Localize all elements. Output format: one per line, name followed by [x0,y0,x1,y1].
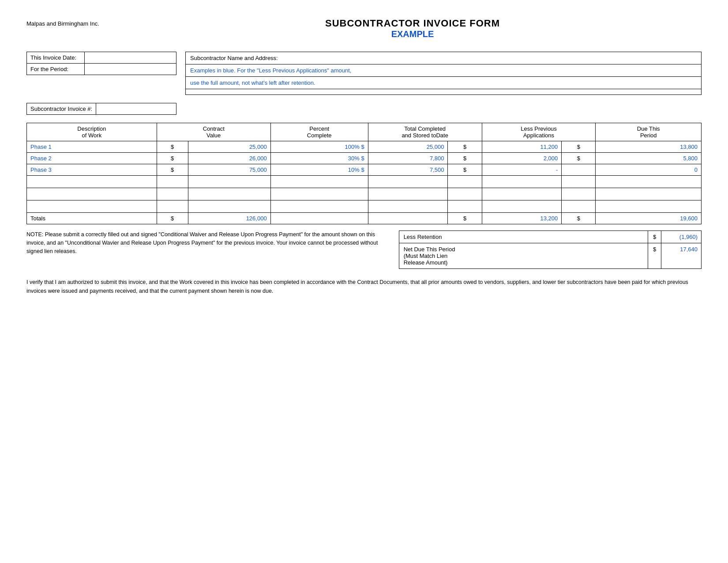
header-due: Due This Period [596,123,702,141]
row3-due-val: 0 [596,164,702,176]
sub-line4 [186,89,701,94]
row2-percent: 30% $ [270,153,368,164]
invoice-num-section: Subcontractor Invoice #: [26,103,702,115]
row2-contract-dollar: $ [157,153,188,164]
row3-contract-dollar: $ [157,164,188,176]
row2-less-val: 2,000 [482,153,562,164]
row3-less-val: - [482,164,562,176]
row3-due-dollar [562,164,596,176]
totals-contract-dollar: $ [157,213,188,224]
header-total: Total Completed and Stored toDate [368,123,482,141]
title-block: SUBCONTRACTOR INVOICE FORM EXAMPLE [124,18,702,39]
invoice-num-label: Subcontractor Invoice #: [27,103,96,114]
less-retention-label: Less Retention [399,231,648,243]
row1-contract-dollar: $ [157,141,188,153]
net-due-label: Net Due This Period (Must Match Lien Rel… [399,243,648,268]
invoice-date-input[interactable] [84,52,176,63]
main-title: SUBCONTRACTOR INVOICE FORM [124,18,702,29]
totals-less-val: 13,200 [482,213,562,224]
row2-due-val: 5,800 [596,153,702,164]
invoice-date-label: This Invoice Date: [27,52,84,63]
header-percent: Percent Complete [270,123,368,141]
main-table: Description of Work Contract Value Perce… [26,123,702,224]
subcontractor-info-box: Subcontractor Name and Address: Examples… [185,52,702,95]
header-contract: Contract Value [157,123,270,141]
net-due-value: 17,640 [661,243,701,268]
summary-block: Less Retention $ (1,960) Net Due This Pe… [399,230,702,269]
table-row-empty [27,176,702,188]
row1-due-val: 13,800 [596,141,702,153]
row1-due-dollar: $ [562,141,596,153]
row2-desc: Phase 2 [27,153,157,164]
period-row: For the Period: [26,63,176,75]
table-header-row: Description of Work Contract Value Perce… [27,123,702,141]
row1-less-val: 11,200 [482,141,562,153]
row2-contract-val: 26,000 [188,153,270,164]
row3-total-val: 7,500 [368,164,448,176]
table-row-empty [27,188,702,200]
row1-desc: Phase 1 [27,141,157,153]
row2-less-dollar: $ [448,153,482,164]
table-row: Phase 1 $ 25,000 100% $ 25,000 $ 11,200 … [27,141,702,153]
subtitle: EXAMPLE [124,29,702,39]
totals-label: Totals [27,213,157,224]
row3-contract-val: 75,000 [188,164,270,176]
sub-line2: Examples in blue. For the "Less Previous… [186,64,701,77]
totals-due-val: 19,600 [596,213,702,224]
row1-less-dollar: $ [448,141,482,153]
net-due-row: Net Due This Period (Must Match Lien Rel… [399,243,702,269]
less-retention-dollar: $ [648,231,661,243]
row1-percent: 100% $ [270,141,368,153]
totals-due-dollar: $ [562,213,596,224]
totals-less-dollar: $ [448,213,482,224]
table-row: Phase 3 $ 75,000 10% $ 7,500 $ - 0 [27,164,702,176]
left-fields: This Invoice Date: For the Period: [26,52,176,95]
row1-contract-val: 25,000 [188,141,270,153]
table-row: Phase 2 $ 26,000 30% $ 7,800 $ 2,000 $ 5… [27,153,702,164]
row3-less-dollar: $ [448,164,482,176]
top-section: This Invoice Date: For the Period: Subco… [26,52,702,95]
verification-text: I verify that I am authorized to submit … [26,278,702,295]
sub-name-label: Subcontractor Name and Address: [186,52,701,64]
company-name: Malpas and Birmingham Inc. [26,18,124,27]
row2-due-dollar: $ [562,153,596,164]
note-block: NOTE: Please submit a correctly filled o… [26,230,390,269]
bottom-section: NOTE: Please submit a correctly filled o… [26,230,702,269]
less-retention-value: (1,960) [661,231,701,243]
invoice-date-row: This Invoice Date: [26,52,176,63]
period-input[interactable] [84,64,176,75]
page-header: Malpas and Birmingham Inc. SUBCONTRACTOR… [26,18,702,39]
header-desc: Description of Work [27,123,157,141]
table-row-empty [27,200,702,213]
row3-desc: Phase 3 [27,164,157,176]
invoice-num-box: Subcontractor Invoice #: [26,103,176,115]
less-retention-row: Less Retention $ (1,960) [399,230,702,243]
row2-total-val: 7,800 [368,153,448,164]
date-period-fields: This Invoice Date: For the Period: [26,52,176,75]
period-label: For the Period: [27,64,84,75]
totals-row: Totals $ 126,000 $ 13,200 $ 19,600 [27,213,702,224]
sub-line3: use the full amount, not what's left aft… [186,77,701,89]
net-due-dollar: $ [648,243,661,268]
invoice-num-input[interactable] [96,103,176,114]
note-text: NOTE: Please submit a correctly filled o… [26,230,390,255]
totals-contract-val: 126,000 [188,213,270,224]
row3-percent: 10% $ [270,164,368,176]
header-less-prev: Less Previous Applications [482,123,596,141]
row1-total-val: 25,000 [368,141,448,153]
